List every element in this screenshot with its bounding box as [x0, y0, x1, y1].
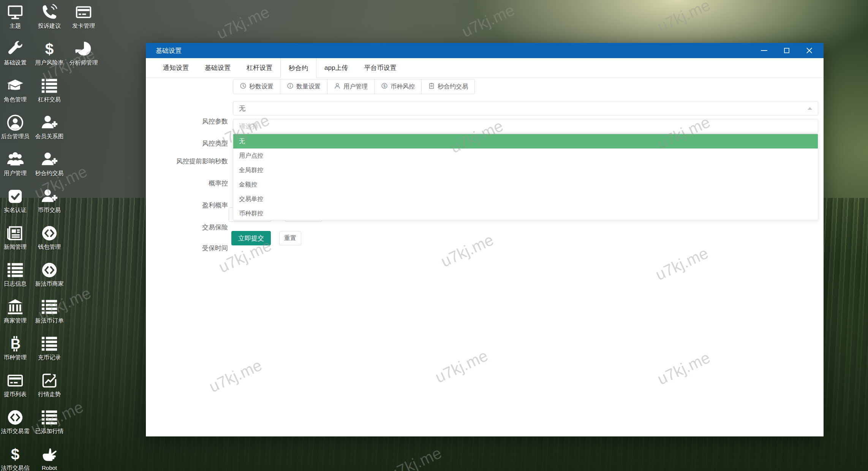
desktop-shortcut[interactable]: B币种管理: [0, 332, 32, 369]
list-icon: [41, 409, 58, 426]
desktop-shortcut[interactable]: 实名认证: [0, 185, 32, 222]
desktop-shortcut[interactable]: 新法币订单: [33, 296, 66, 332]
desktop-shortcut-label: 投诉建议: [38, 22, 61, 30]
desktop-shortcut[interactable]: 杠杆交易: [33, 74, 66, 111]
desktop-shortcut[interactable]: 主题: [0, 1, 32, 38]
desktop-shortcut-label: 秒合约交易: [35, 170, 64, 177]
users-icon: [6, 151, 24, 168]
risk-type-select[interactable]: 无: [233, 101, 818, 115]
desktop-shortcut[interactable]: 秒合约交易: [33, 148, 66, 185]
desktop-shortcut-label: 新闻管理: [4, 243, 27, 251]
desktop-shortcut[interactable]: 商家管理: [0, 296, 32, 332]
bank-icon: [6, 298, 24, 316]
desktop-shortcut[interactable]: $用户风险率: [33, 38, 66, 74]
desktop-shortcut-label: 日志信息: [4, 280, 27, 288]
desktop-shortcut-label: 新法币商家: [35, 280, 64, 288]
desktop-shortcut[interactable]: 钱包管理: [33, 222, 66, 259]
dollar-circle-icon: $: [381, 82, 388, 91]
param-button[interactable]: $币种风控: [374, 79, 422, 94]
desktop-shortcut[interactable]: 角色管理: [0, 74, 32, 111]
desktop-shortcut[interactable]: 后台管理员: [0, 111, 32, 148]
param-button[interactable]: 用户管理: [327, 79, 375, 94]
user-plus-icon: [41, 188, 58, 205]
param-button[interactable]: 数量设置: [280, 79, 327, 94]
svg-text:$: $: [383, 84, 386, 88]
param-button[interactable]: 秒合约交易: [421, 79, 475, 94]
desktop-shortcut[interactable]: 充币记录: [33, 332, 66, 369]
desktop-shortcut-label: 钱包管理: [38, 243, 61, 251]
desktop-shortcut[interactable]: 基础设置: [0, 38, 32, 74]
tab[interactable]: 平台币设置: [356, 58, 404, 77]
dropdown-option[interactable]: 全局群控: [233, 163, 818, 177]
advance-seconds-select[interactable]: 请选择: [233, 119, 818, 133]
dropdown-option[interactable]: 无: [233, 134, 818, 149]
submit-button[interactable]: 立即提交: [231, 231, 271, 245]
desktop-shortcut[interactable]: 会员关系图: [33, 111, 66, 148]
param-button[interactable]: 秒数设置: [233, 79, 280, 94]
tab[interactable]: app上传: [316, 58, 356, 77]
tab[interactable]: 杠杆设置: [239, 58, 280, 77]
user-plus-icon: [41, 114, 58, 131]
form-label: 概率控: [146, 179, 228, 188]
settings-form: 风控参数风控类型风控提前影响秒数概率控盈利概率交易保险受保时间 秒数设置数量设置…: [146, 78, 824, 436]
close-button[interactable]: [805, 46, 814, 55]
phone-icon: [41, 3, 58, 21]
dropdown-option[interactable]: 金额控: [233, 177, 818, 192]
desktop-shortcut[interactable]: 分析师管理: [67, 38, 100, 74]
desktop-shortcut[interactable]: 提币列表: [0, 369, 32, 406]
desktop-shortcut-label: 用户管理: [4, 170, 27, 177]
admin-user-circle-icon: [6, 114, 24, 131]
dropdown-option[interactable]: 交易单控: [233, 192, 818, 206]
minimize-button[interactable]: [760, 46, 768, 55]
code-circle-icon: [6, 409, 24, 426]
wrench-icon: [6, 40, 24, 58]
dropdown-option[interactable]: 用户点控: [233, 149, 818, 163]
risk-type-value: 无: [239, 104, 245, 113]
desktop-shortcut[interactable]: $法币交易信: [0, 443, 32, 471]
desktop-shortcut[interactable]: 发卡管理: [67, 1, 100, 38]
desktop-shortcut-label: 商家管理: [4, 317, 27, 324]
dropdown-option[interactable]: 币种群控: [233, 206, 818, 220]
desktop-shortcut-column: 主题基础设置角色管理后台管理员用户管理实名认证新闻管理日志信息商家管理B币种管理…: [0, 1, 32, 471]
desktop-shortcut[interactable]: 用户管理: [0, 148, 32, 185]
desktop-shortcut-label: 充币记录: [38, 354, 61, 361]
window-title: 基础设置: [156, 46, 182, 55]
desktop-shortcut-label: 后台管理员: [1, 133, 30, 140]
reset-button[interactable]: 重置: [279, 231, 301, 245]
list-icon: [41, 335, 58, 352]
tab[interactable]: 秒合约: [280, 58, 316, 78]
desktop-shortcut[interactable]: 已添加行情: [33, 406, 66, 443]
settings-tabs: 通知设置基础设置杠杆设置秒合约app上传平台币设置: [146, 58, 824, 78]
desktop-shortcut[interactable]: 日志信息: [0, 259, 32, 296]
desktop-shortcut-label: 基础设置: [4, 59, 27, 66]
check-square-icon: [6, 188, 24, 205]
maximize-button[interactable]: [783, 46, 791, 55]
list-icon: [41, 298, 58, 316]
desktop-shortcut[interactable]: 法币交易需: [0, 406, 32, 443]
desktop-shortcut[interactable]: 投诉建议: [33, 1, 66, 38]
user-icon: [334, 82, 341, 91]
form-label: 受保时间: [146, 244, 228, 253]
desktop-shortcut-label: 角色管理: [4, 96, 27, 103]
desktop-shortcut[interactable]: 币币交易: [33, 185, 66, 222]
robot-hand-icon: [41, 446, 58, 463]
param-button-label: 用户管理: [343, 83, 368, 91]
desktop-shortcut[interactable]: 行情走势: [33, 369, 66, 406]
chevron-up-icon: [808, 107, 812, 110]
credit-card-icon: [75, 3, 92, 21]
svg-text:B: B: [11, 336, 21, 352]
desktop-shortcut[interactable]: 新法币商家: [33, 259, 66, 296]
dollar-icon: $: [41, 40, 58, 58]
desktop-shortcut-label: 主题: [9, 22, 21, 30]
desktop-shortcut[interactable]: Robot: [33, 443, 66, 471]
tab[interactable]: 基础设置: [197, 58, 239, 77]
window-titlebar[interactable]: 基础设置: [146, 43, 824, 58]
graduation-cap-icon: [6, 77, 24, 95]
svg-text:$: $: [45, 41, 54, 57]
tab[interactable]: 通知设置: [155, 58, 197, 77]
param-button-label: 数量设置: [296, 83, 321, 91]
desktop-shortcut[interactable]: 新闻管理: [0, 222, 32, 259]
window-controls: [760, 46, 814, 55]
form-label: 风控类型: [146, 139, 228, 148]
list-icon: [6, 261, 24, 279]
